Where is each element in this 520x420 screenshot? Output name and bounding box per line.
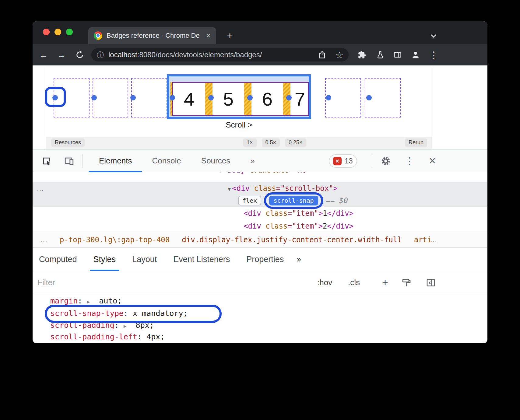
more-tabs-icon[interactable]: » [240,149,265,172]
tab-title: Badges reference - Chrome De [107,32,204,40]
breadcrumb-item[interactable]: p-top-300.lg\:gap-top-400 [60,236,170,244]
scroll-snap-badge[interactable]: scroll-snap [269,196,318,205]
traffic-lights [43,29,73,35]
devtools-menu-kebab-icon[interactable]: ⋮ [403,149,416,172]
toggle-hover-state-button[interactable]: :hov [317,271,332,294]
device-toolbar-icon[interactable] [62,149,76,172]
snap-point-dot [91,95,97,100]
url-text: localhost:8080/docs/devtools/elements/ba… [108,51,262,59]
tab-properties[interactable]: Properties [243,248,287,271]
snap-item-outline [131,78,167,117]
labs-flask-icon[interactable] [374,44,387,65]
back-button[interactable]: ← [37,44,50,65]
paint-roller-icon[interactable] [402,271,411,294]
zoom-window-button[interactable] [66,29,73,35]
breadcrumb-item[interactable]: div.display-flex.justify-content-center.… [182,236,402,244]
new-style-rule-button[interactable]: + [382,271,388,294]
tab-event-listeners[interactable]: Event Listeners [170,248,234,271]
tree-node-item-2[interactable]: <div class="item">2</div> [244,220,353,232]
css-rule-scroll-padding[interactable]: scroll-padding: ▶: 8px; [50,319,154,332]
settings-gear-icon[interactable] [379,149,392,172]
forward-button[interactable]: → [55,44,68,65]
scale-buttons: 1× 0.5× 0.25× [243,138,306,147]
snap-point-dot [52,95,58,100]
new-tab-button[interactable]: + [224,31,236,41]
styles-sidebar-tabs: Computed Styles Layout Event Listeners P… [33,248,487,271]
close-devtools-icon[interactable]: × [426,149,439,172]
snap-point-dot [286,95,292,100]
browser-menu-kebab-icon[interactable]: ⋮ [427,44,441,65]
error-x-icon: × [333,157,342,165]
toggle-classes-button[interactable]: .cls [348,271,360,294]
rerun-button[interactable]: Rerun [405,138,427,147]
tab-close-icon[interactable]: × [206,31,211,40]
snap-item: 7 [290,83,309,115]
snap-item-outline [93,78,128,117]
scroll-snap-badge-wrap: scroll-snap [269,196,318,205]
snap-item-number: 4 [184,88,194,110]
snap-point-dot [326,95,331,100]
tab-sources[interactable]: Sources [191,149,240,172]
profile-avatar[interactable] [409,44,422,65]
error-count: 13 [345,157,353,165]
extensions-puzzle-icon[interactable] [355,44,369,65]
scale-025x-button[interactable]: 0.25× [285,138,306,147]
snap-item: 5 [213,83,244,115]
tree-node-scroll-box[interactable]: ▼<div class="scroll-box"> [228,182,338,195]
css-rule-margin[interactable]: margin: ▶: auto; [50,295,122,308]
tab-styles[interactable]: Styles [90,248,120,271]
inspect-element-icon[interactable] [40,149,53,172]
snap-item: 6 [251,83,283,115]
breadcrumb-overflow-left[interactable]: … [40,236,47,244]
reload-button[interactable] [73,44,86,65]
minimize-window-button[interactable] [54,29,61,35]
css-rule-scroll-padding-left[interactable]: scroll-padding-left: 4px; [50,331,165,343]
tab-layout[interactable]: Layout [128,248,160,271]
expand-shorthand-icon[interactable]: ▶ [124,323,127,329]
breadcrumb-overflow-right[interactable]: … [430,232,437,247]
tab-computed[interactable]: Computed [35,248,81,271]
scale-1x-button[interactable]: 1× [243,138,257,147]
site-info-icon[interactable]: ⓘ [97,50,104,60]
tab-elements[interactable]: Elements [89,149,142,172]
scroll-hint-label: Scroll > [46,120,432,130]
url-bar[interactable]: ⓘ localhost:8080/docs/devtools/elements/… [91,48,349,61]
url-path: :8080/docs/devtools/elements/badges/ [137,51,262,59]
snap-point-dot [366,95,372,100]
tree-node-item-1[interactable]: <div class="item">1</div> [244,207,353,219]
side-panel-icon[interactable] [391,44,404,65]
window-titlebar: Badges reference - Chrome De × + [33,21,487,44]
toolbar-separator [82,154,83,168]
scale-05x-button[interactable]: 0.5× [262,138,280,147]
expand-shorthand-icon[interactable]: ▶ [87,299,90,305]
equals-dollar-zero-hint: == $0 [326,196,348,205]
show-sidebar-icon[interactable] [426,271,436,294]
snap-item-number: 5 [223,88,234,110]
devtools-toolbar: Elements Console Sources » × 13 ⋮ × [33,149,487,172]
resources-button[interactable]: Resources [51,138,85,147]
scroll-snap-demo-frame: 4 5 6 7 Scroll > [46,68,432,149]
browser-tab[interactable]: Badges reference - Chrome De × [88,27,216,44]
close-window-button[interactable] [43,29,50,35]
bookmark-star-icon[interactable]: ☆ [333,44,346,65]
css-rule-scroll-snap-type[interactable]: scroll-snap-type: x mandatory; [50,307,188,320]
url-host: localhost [108,51,137,59]
more-sidebar-tabs-icon[interactable]: » [297,248,301,271]
styles-filter-input[interactable] [37,276,251,289]
tab-search-chevron-icon[interactable] [429,31,438,40]
share-icon[interactable] [315,44,329,65]
snap-point-dot [130,95,136,100]
expand-arrow-icon[interactable]: ▼ [228,186,231,192]
node-overflow-ellipsis[interactable]: … [37,182,44,194]
snap-item: 4 [173,83,205,115]
element-badges-row: flex scroll-snap == $0 [238,194,348,207]
flex-badge[interactable]: flex [238,196,261,205]
tab-console[interactable]: Console [142,149,191,172]
browser-window: Badges reference - Chrome De × + ← → ⓘ l… [33,21,487,343]
devtools-panel: ▼<body translate="no"> Elements Console … [33,149,487,343]
styles-filter-bar: :hov .cls + [33,271,487,294]
demo-footer-bar: Resources 1× 0.5× 0.25× Rerun [46,137,432,149]
breadcrumb-item[interactable]: arti [414,236,432,244]
error-count-badge[interactable]: × 13 [329,154,357,168]
snap-point-dot [247,95,253,100]
